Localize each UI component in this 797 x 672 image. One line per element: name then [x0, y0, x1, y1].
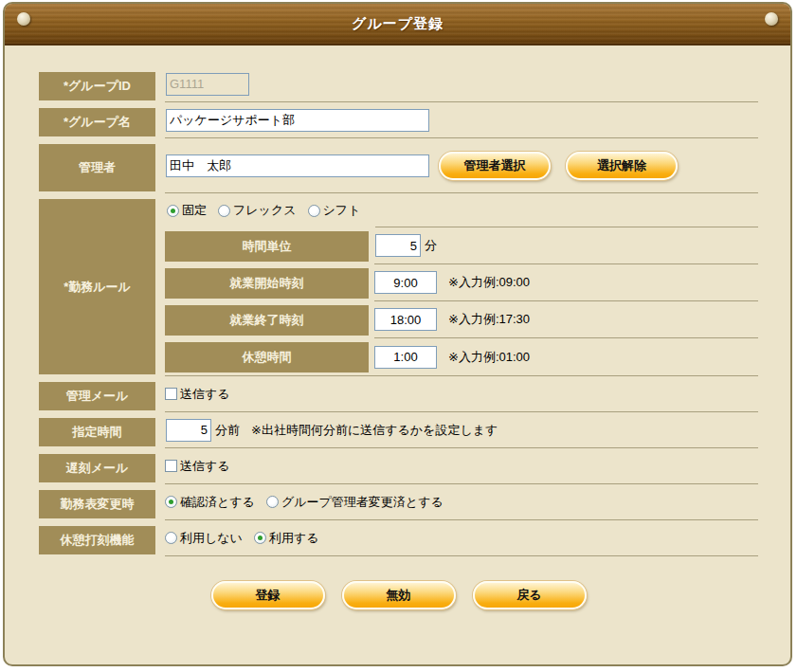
admin-mail-send-option[interactable]: 送信する	[165, 386, 230, 403]
work-rule-label: *勤務ルール	[39, 199, 155, 374]
radio-label: 固定	[182, 202, 207, 219]
back-button[interactable]: 戻る	[473, 581, 587, 609]
row-admin-mail: 管理メール 送信する	[39, 376, 758, 412]
work-start-label: 就業開始時刻	[165, 268, 369, 299]
radio-option-not-use[interactable]: 利用しない	[165, 530, 243, 547]
specified-time-content: 分前 ※出社時間何分前に送信するかを設定します	[165, 412, 758, 448]
radio-label: 利用する	[269, 530, 319, 547]
sub-row-break-time: 休憩時間 ※入力例:01:00	[165, 338, 758, 375]
radio-option-manager-changed[interactable]: グループ管理者変更済とする	[266, 494, 444, 511]
specified-time-label: 指定時間	[39, 418, 155, 446]
radio-option-flex[interactable]: フレックス	[218, 202, 297, 219]
radio-option-confirmed[interactable]: 確認済とする	[165, 494, 255, 511]
manager-field[interactable]	[166, 154, 429, 177]
manager-buttons: 管理者選択 選択解除	[439, 152, 678, 180]
radio-label: シフト	[323, 202, 361, 219]
radio-option-use[interactable]: 利用する	[254, 530, 319, 547]
manager-content: 管理者選択 選択解除	[165, 138, 758, 193]
radio-icon[interactable]	[165, 496, 177, 508]
specified-time-hint: ※出社時間何分前に送信するかを設定します	[251, 422, 498, 439]
checkbox-icon[interactable]	[165, 460, 177, 472]
work-end-hint: ※入力例:17:30	[448, 311, 530, 328]
timesheet-change-label: 勤務表変更時	[39, 490, 155, 518]
row-group-id: *グループID	[39, 66, 758, 102]
break-punch-content: 利用しない 利用する	[165, 520, 758, 556]
break-time-hint: ※入力例:01:00	[448, 349, 530, 366]
admin-mail-label: 管理メール	[39, 382, 155, 410]
time-unit-content: 分	[374, 227, 758, 264]
radio-label: 利用しない	[180, 530, 243, 547]
row-timesheet-change: 勤務表変更時 確認済とする グループ管理者変更済とする	[39, 484, 758, 520]
invalid-button[interactable]: 無効	[342, 581, 456, 609]
break-time-field[interactable]	[374, 346, 437, 369]
page-title: グループ登録	[5, 4, 790, 44]
radio-label: 確認済とする	[180, 494, 255, 511]
work-rule-content: 固定 フレックス シフト 時間単位 分	[165, 193, 758, 376]
group-id-content	[165, 66, 758, 102]
late-mail-label: 遅刻メール	[39, 454, 155, 482]
row-specified-time: 指定時間 分前 ※出社時間何分前に送信するかを設定します	[39, 412, 758, 448]
time-unit-field[interactable]	[375, 234, 421, 257]
radio-option-fixed[interactable]: 固定	[167, 202, 207, 219]
row-manager: 管理者 管理者選択 選択解除	[39, 138, 758, 193]
timesheet-change-content: 確認済とする グループ管理者変更済とする	[165, 484, 758, 520]
row-work-rule: *勤務ルール 固定 フレックス シフト	[39, 193, 758, 376]
sub-row-work-end: 就業終了時刻 ※入力例:17:30	[165, 301, 758, 338]
time-unit-suffix: 分	[425, 237, 437, 254]
screw-icon	[17, 12, 30, 26]
work-start-content: ※入力例:09:00	[374, 264, 758, 301]
radio-icon[interactable]	[167, 205, 179, 217]
radio-icon[interactable]	[254, 532, 266, 544]
row-break-punch: 休憩打刻機能 利用しない 利用する	[39, 520, 758, 556]
screw-icon	[765, 12, 778, 26]
sub-row-work-start: 就業開始時刻 ※入力例:09:00	[165, 264, 758, 301]
manager-select-button[interactable]: 管理者選択	[439, 152, 551, 180]
late-mail-send-option[interactable]: 送信する	[165, 458, 230, 475]
specified-time-field[interactable]	[166, 419, 211, 442]
break-punch-label: 休憩打刻機能	[39, 526, 155, 554]
group-name-field[interactable]	[166, 109, 429, 132]
checkbox-icon[interactable]	[165, 388, 177, 400]
radio-icon[interactable]	[218, 205, 230, 217]
register-button[interactable]: 登録	[211, 581, 325, 609]
work-start-field[interactable]	[374, 271, 437, 294]
row-group-name: *グループ名	[39, 102, 758, 138]
work-end-field[interactable]	[374, 308, 437, 331]
group-id-field	[166, 73, 249, 96]
radio-label: フレックス	[233, 202, 297, 219]
group-id-label: *グループID	[39, 72, 155, 100]
selection-clear-button[interactable]: 選択解除	[566, 152, 678, 180]
radio-icon[interactable]	[266, 496, 279, 508]
group-registration-dialog: グループ登録 *グループID *グループ名 管理者 管理者選択 選択解除	[3, 2, 792, 666]
manager-label: 管理者	[39, 144, 155, 191]
radio-icon[interactable]	[165, 532, 177, 544]
group-name-label: *グループ名	[39, 108, 155, 136]
radio-label: グループ管理者変更済とする	[281, 494, 444, 511]
break-time-label: 休憩時間	[165, 342, 369, 372]
sub-row-time-unit: 時間単位 分	[165, 227, 758, 264]
admin-mail-content: 送信する	[165, 376, 758, 412]
late-mail-content: 送信する	[165, 448, 758, 484]
work-start-hint: ※入力例:09:00	[448, 274, 530, 291]
checkbox-label: 送信する	[180, 386, 230, 403]
radio-option-shift[interactable]: シフト	[308, 202, 361, 219]
work-end-label: 就業終了時刻	[165, 305, 369, 336]
time-unit-label: 時間単位	[165, 231, 369, 262]
specified-time-suffix: 分前	[215, 422, 240, 439]
checkbox-label: 送信する	[180, 458, 230, 475]
break-time-content: ※入力例:01:00	[374, 338, 758, 375]
work-rule-type-radios: 固定 フレックス シフト	[165, 193, 758, 227]
row-late-mail: 遅刻メール 送信する	[39, 448, 758, 484]
work-end-content: ※入力例:17:30	[374, 301, 758, 338]
dialog-header: グループ登録	[5, 4, 790, 45]
bottom-buttons: 登録 無効 戻る	[39, 581, 758, 609]
group-name-content	[165, 102, 758, 138]
radio-icon[interactable]	[308, 205, 320, 217]
group-form: *グループID *グループ名 管理者 管理者選択 選択解除	[5, 45, 790, 609]
